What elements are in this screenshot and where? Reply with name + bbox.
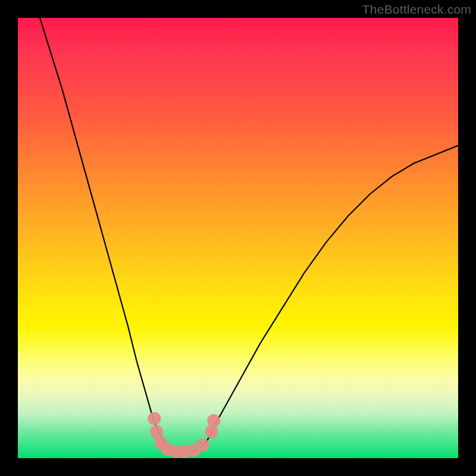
svg-point-8 <box>205 425 218 439</box>
chart-frame: TheBottleneck.com <box>0 0 476 476</box>
watermark-text: TheBottleneck.com <box>362 2 471 17</box>
bottleneck-markers <box>148 412 220 458</box>
svg-point-0 <box>148 412 161 425</box>
chart-svg <box>18 18 458 458</box>
chart-plot-area <box>18 18 458 458</box>
svg-point-9 <box>207 414 220 427</box>
bottleneck-curve <box>40 18 458 452</box>
svg-point-7 <box>196 439 209 452</box>
